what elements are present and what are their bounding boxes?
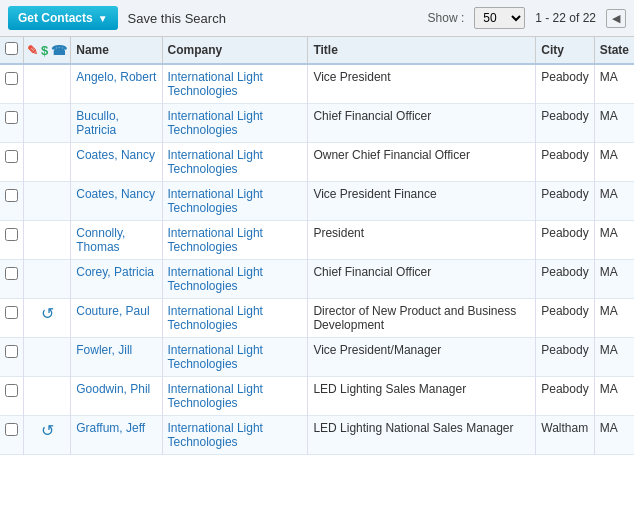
row-checkbox[interactable] — [5, 72, 18, 85]
row-state-cell: MA — [594, 260, 634, 299]
dollar-icon: $ — [41, 43, 48, 58]
row-title-cell: President — [308, 221, 536, 260]
contacts-table: ✎ $ ☎ Name Company Title City State Ange… — [0, 37, 634, 455]
row-name-cell: Corey, Patricia — [71, 260, 162, 299]
row-company-cell: International Light Technologies — [162, 299, 308, 338]
row-state-cell: MA — [594, 377, 634, 416]
row-title-cell: Vice President — [308, 64, 536, 104]
table-row: Fowler, JillInternational Light Technolo… — [0, 338, 634, 377]
row-city-cell: Waltham — [536, 416, 594, 455]
company-link[interactable]: International Light Technologies — [168, 343, 263, 371]
row-checkbox[interactable] — [5, 228, 18, 241]
row-state-cell: MA — [594, 182, 634, 221]
table-row: Angelo, RobertInternational Light Techno… — [0, 64, 634, 104]
phone-icon-header: ☎ — [51, 43, 67, 58]
row-name-cell: Goodwin, Phil — [71, 377, 162, 416]
row-icon-cell — [24, 377, 71, 416]
pencil-icon: ✎ — [27, 43, 38, 58]
row-checkbox[interactable] — [5, 150, 18, 163]
row-checkbox[interactable] — [5, 267, 18, 280]
name-link[interactable]: Bucullo, Patricia — [76, 109, 119, 137]
company-link[interactable]: International Light Technologies — [168, 421, 263, 449]
row-state-cell: MA — [594, 64, 634, 104]
save-search-link[interactable]: Save this Search — [128, 11, 226, 26]
name-link[interactable]: Coates, Nancy — [76, 187, 155, 201]
row-name-cell: Angelo, Robert — [71, 64, 162, 104]
row-checkbox-cell — [0, 260, 24, 299]
row-checkbox[interactable] — [5, 306, 18, 319]
header-name: Name — [71, 37, 162, 64]
prev-page-button[interactable]: ◀ — [606, 9, 626, 28]
row-title-cell: LED Lighting National Sales Manager — [308, 416, 536, 455]
name-link[interactable]: Fowler, Jill — [76, 343, 132, 357]
row-state-cell: MA — [594, 104, 634, 143]
name-link[interactable]: Goodwin, Phil — [76, 382, 150, 396]
row-icon-cell — [24, 182, 71, 221]
table-row: Coates, NancyInternational Light Technol… — [0, 143, 634, 182]
row-title-cell: Owner Chief Financial Officer — [308, 143, 536, 182]
row-title-cell: Vice President/Manager — [308, 338, 536, 377]
row-checkbox-cell — [0, 104, 24, 143]
company-link[interactable]: International Light Technologies — [168, 187, 263, 215]
row-company-cell: International Light Technologies — [162, 338, 308, 377]
row-name-cell: Bucullo, Patricia — [71, 104, 162, 143]
row-title-cell: LED Lighting Sales Manager — [308, 377, 536, 416]
row-icon-cell: ↺ — [24, 299, 71, 338]
table-row: ↺Couture, PaulInternational Light Techno… — [0, 299, 634, 338]
company-link[interactable]: International Light Technologies — [168, 304, 263, 332]
row-name-cell: Connolly, Thomas — [71, 221, 162, 260]
name-link[interactable]: Graffum, Jeff — [76, 421, 145, 435]
company-link[interactable]: International Light Technologies — [168, 70, 263, 98]
row-icon-cell: ↺ — [24, 416, 71, 455]
row-checkbox-cell — [0, 182, 24, 221]
row-company-cell: International Light Technologies — [162, 260, 308, 299]
row-icon-cell — [24, 104, 71, 143]
row-checkbox[interactable] — [5, 384, 18, 397]
table-row: Connolly, ThomasInternational Light Tech… — [0, 221, 634, 260]
row-checkbox[interactable] — [5, 111, 18, 124]
row-name-cell: Coates, Nancy — [71, 143, 162, 182]
row-checkbox[interactable] — [5, 189, 18, 202]
row-state-cell: MA — [594, 416, 634, 455]
company-link[interactable]: International Light Technologies — [168, 148, 263, 176]
table-row: Goodwin, PhilInternational Light Technol… — [0, 377, 634, 416]
dropdown-arrow-icon: ▼ — [98, 13, 108, 24]
row-company-cell: International Light Technologies — [162, 377, 308, 416]
pagination-info: 1 - 22 of 22 — [535, 11, 596, 25]
row-name-cell: Fowler, Jill — [71, 338, 162, 377]
show-select[interactable]: 25 50 100 — [474, 7, 525, 29]
name-link[interactable]: Coates, Nancy — [76, 148, 155, 162]
row-icon-cell — [24, 260, 71, 299]
row-checkbox[interactable] — [5, 345, 18, 358]
row-title-cell: Chief Financial Officer — [308, 104, 536, 143]
row-title-cell: Director of New Product and Business Dev… — [308, 299, 536, 338]
row-city-cell: Peabody — [536, 182, 594, 221]
company-link[interactable]: International Light Technologies — [168, 226, 263, 254]
row-checkbox-cell — [0, 143, 24, 182]
company-link[interactable]: International Light Technologies — [168, 265, 263, 293]
row-state-cell: MA — [594, 221, 634, 260]
row-checkbox-cell — [0, 221, 24, 260]
row-icon-cell — [24, 64, 71, 104]
phone-icon[interactable]: ↺ — [41, 305, 54, 322]
header-company: Company — [162, 37, 308, 64]
company-link[interactable]: International Light Technologies — [168, 382, 263, 410]
phone-icon[interactable]: ↺ — [41, 422, 54, 439]
name-link[interactable]: Connolly, Thomas — [76, 226, 125, 254]
header-city: City — [536, 37, 594, 64]
name-link[interactable]: Couture, Paul — [76, 304, 149, 318]
show-label: Show : — [428, 11, 465, 25]
header-title: Title — [308, 37, 536, 64]
row-checkbox[interactable] — [5, 423, 18, 436]
row-state-cell: MA — [594, 143, 634, 182]
row-city-cell: Peabody — [536, 64, 594, 104]
select-all-checkbox[interactable] — [5, 42, 18, 55]
row-company-cell: International Light Technologies — [162, 182, 308, 221]
name-link[interactable]: Corey, Patricia — [76, 265, 154, 279]
company-link[interactable]: International Light Technologies — [168, 109, 263, 137]
name-link[interactable]: Angelo, Robert — [76, 70, 156, 84]
row-city-cell: Peabody — [536, 377, 594, 416]
get-contacts-button[interactable]: Get Contacts ▼ — [8, 6, 118, 30]
table-header-row: ✎ $ ☎ Name Company Title City State — [0, 37, 634, 64]
row-company-cell: International Light Technologies — [162, 221, 308, 260]
